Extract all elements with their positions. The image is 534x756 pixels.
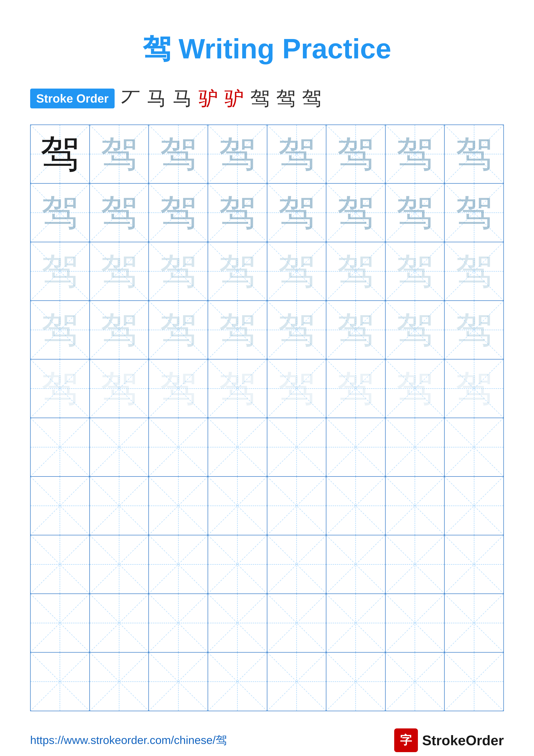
svg-line-82 <box>90 418 149 476</box>
grid-cell-2-1[interactable]: 驾 <box>31 184 90 242</box>
grid-cell-10-7[interactable] <box>386 653 445 711</box>
grid-cell-6-5[interactable] <box>267 418 327 476</box>
grid-cell-9-4[interactable] <box>208 594 267 652</box>
grid-cell-1-8[interactable]: 驾 <box>445 125 503 183</box>
grid-cell-9-5[interactable] <box>267 594 327 652</box>
svg-line-139 <box>326 594 385 652</box>
grid-cell-8-4[interactable] <box>208 535 267 594</box>
grid-cell-4-3[interactable]: 驾 <box>149 301 208 359</box>
grid-cell-3-8[interactable]: 驾 <box>445 242 503 300</box>
grid-cell-5-6[interactable]: 驾 <box>326 360 386 418</box>
grid-cell-6-1[interactable] <box>31 418 90 476</box>
grid-cell-3-6[interactable]: 驾 <box>326 242 386 300</box>
grid-cell-10-8[interactable] <box>445 653 503 711</box>
grid-cell-5-4[interactable]: 驾 <box>208 360 267 418</box>
grid-cell-8-5[interactable] <box>267 535 327 594</box>
grid-cell-7-3[interactable] <box>149 477 208 535</box>
grid-cell-9-7[interactable] <box>386 594 445 652</box>
svg-line-98 <box>90 477 149 535</box>
footer-url[interactable]: https://www.strokeorder.com/chinese/驾 <box>30 733 227 748</box>
char-display: 驾 <box>160 370 197 407</box>
grid-cell-5-7[interactable]: 驾 <box>386 360 445 418</box>
grid-cell-9-1[interactable] <box>31 594 90 652</box>
grid-cell-2-4[interactable]: 驾 <box>208 184 267 242</box>
grid-cell-6-4[interactable] <box>208 418 267 476</box>
char-display: 驾 <box>456 253 493 290</box>
grid-cell-10-5[interactable] <box>267 653 327 711</box>
char-display: 驾 <box>278 311 315 348</box>
grid-cell-1-7[interactable]: 驾 <box>386 125 445 183</box>
grid-cell-4-2[interactable]: 驾 <box>90 301 149 359</box>
grid-cell-5-1[interactable]: 驾 <box>31 360 90 418</box>
grid-cell-4-5[interactable]: 驾 <box>267 301 327 359</box>
grid-cell-3-1[interactable]: 驾 <box>31 242 90 300</box>
svg-line-151 <box>208 653 267 711</box>
grid-cell-7-7[interactable] <box>386 477 445 535</box>
grid-cell-1-6[interactable]: 驾 <box>326 125 386 183</box>
grid-cell-8-7[interactable] <box>386 535 445 594</box>
svg-line-116 <box>149 535 208 594</box>
grid-cell-8-2[interactable] <box>90 535 149 594</box>
svg-line-90 <box>326 418 385 476</box>
grid-cell-7-8[interactable] <box>445 477 503 535</box>
grid-cell-3-7[interactable]: 驾 <box>386 242 445 300</box>
char-display: 驾 <box>160 136 197 173</box>
grid-cell-7-1[interactable] <box>31 477 90 535</box>
grid-cell-8-1[interactable] <box>31 535 90 594</box>
svg-line-107 <box>326 477 385 535</box>
grid-cell-2-7[interactable]: 驾 <box>386 184 445 242</box>
grid-cell-1-1[interactable]: 驾 <box>31 125 90 183</box>
grid-cell-9-8[interactable] <box>445 594 503 652</box>
svg-line-153 <box>267 653 326 711</box>
grid-cell-2-8[interactable]: 驾 <box>445 184 503 242</box>
grid-cell-2-2[interactable]: 驾 <box>90 184 149 242</box>
grid-cell-3-5[interactable]: 驾 <box>267 242 327 300</box>
grid-cell-1-5[interactable]: 驾 <box>267 125 327 183</box>
grid-cell-10-1[interactable] <box>31 653 90 711</box>
grid-cell-4-6[interactable]: 驾 <box>326 301 386 359</box>
grid-cell-5-5[interactable]: 驾 <box>267 360 327 418</box>
stroke-4: 驴 <box>199 85 218 112</box>
grid-cell-9-3[interactable] <box>149 594 208 652</box>
grid-cell-6-2[interactable] <box>90 418 149 476</box>
char-display: 驾 <box>219 194 256 231</box>
grid-cell-5-8[interactable]: 驾 <box>445 360 503 418</box>
grid-cell-5-2[interactable]: 驾 <box>90 360 149 418</box>
grid-cell-3-3[interactable]: 驾 <box>149 242 208 300</box>
char-display: 驾 <box>41 253 78 290</box>
grid-cell-4-4[interactable]: 驾 <box>208 301 267 359</box>
grid-cell-7-2[interactable] <box>90 477 149 535</box>
grid-cell-9-6[interactable] <box>326 594 386 652</box>
grid-cell-7-4[interactable] <box>208 477 267 535</box>
grid-row-5: 驾 驾 驾 驾 驾 驾 驾 驾 <box>31 360 503 418</box>
grid-cell-8-8[interactable] <box>445 535 503 594</box>
grid-cell-10-4[interactable] <box>208 653 267 711</box>
grid-cell-2-3[interactable]: 驾 <box>149 184 208 242</box>
grid-cell-7-6[interactable] <box>326 477 386 535</box>
grid-cell-6-3[interactable] <box>149 418 208 476</box>
grid-cell-3-2[interactable]: 驾 <box>90 242 149 300</box>
grid-cell-3-4[interactable]: 驾 <box>208 242 267 300</box>
grid-cell-6-7[interactable] <box>386 418 445 476</box>
grid-cell-6-6[interactable] <box>326 418 386 476</box>
grid-cell-5-3[interactable]: 驾 <box>149 360 208 418</box>
svg-line-149 <box>149 653 208 711</box>
grid-cell-8-6[interactable] <box>326 535 386 594</box>
grid-cell-2-6[interactable]: 驾 <box>326 184 386 242</box>
grid-cell-1-3[interactable]: 驾 <box>149 125 208 183</box>
grid-cell-7-5[interactable] <box>267 477 327 535</box>
grid-cell-10-3[interactable] <box>149 653 208 711</box>
svg-line-147 <box>90 653 149 711</box>
grid-cell-1-2[interactable]: 驾 <box>90 125 149 183</box>
footer: https://www.strokeorder.com/chinese/驾 字 … <box>30 728 504 752</box>
grid-cell-10-2[interactable] <box>90 653 149 711</box>
grid-cell-1-4[interactable]: 驾 <box>208 125 267 183</box>
grid-cell-4-1[interactable]: 驾 <box>31 301 90 359</box>
grid-cell-10-6[interactable] <box>326 653 386 711</box>
grid-cell-2-5[interactable]: 驾 <box>267 184 327 242</box>
grid-cell-9-2[interactable] <box>90 594 149 652</box>
grid-cell-4-7[interactable]: 驾 <box>386 301 445 359</box>
grid-cell-6-8[interactable] <box>445 418 503 476</box>
grid-cell-8-3[interactable] <box>149 535 208 594</box>
grid-cell-4-8[interactable]: 驾 <box>445 301 503 359</box>
